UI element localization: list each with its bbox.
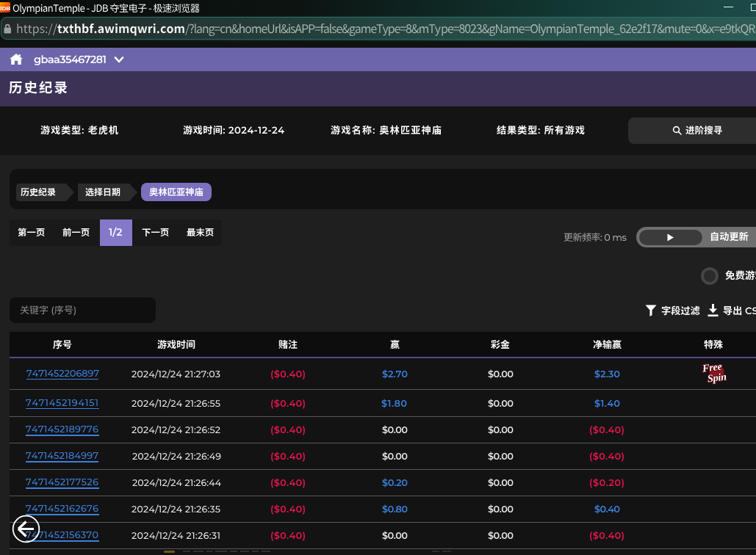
svg-text:JDB: JDB <box>0 5 10 12</box>
